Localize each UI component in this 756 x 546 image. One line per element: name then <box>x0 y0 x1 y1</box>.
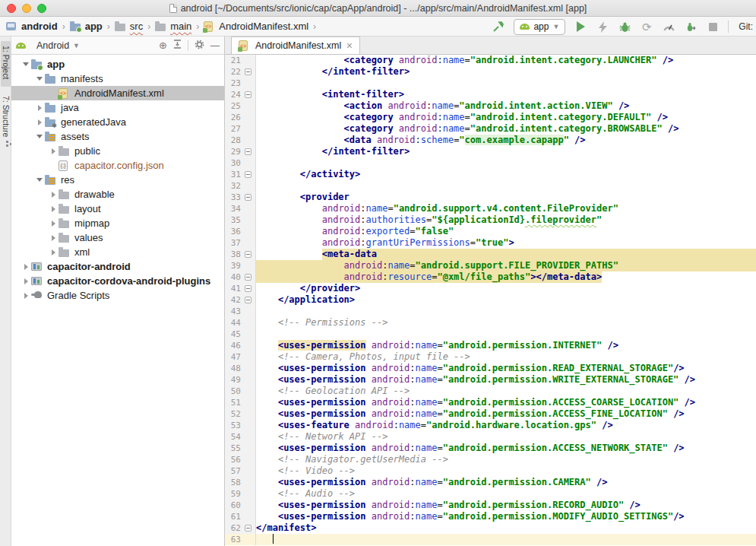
expanded-arrow-icon[interactable] <box>34 77 45 81</box>
collapsed-arrow-icon[interactable] <box>48 221 59 227</box>
collapsed-arrow-icon[interactable] <box>48 206 59 212</box>
tree-item-layout[interactable]: layout <box>11 202 224 216</box>
expanded-arrow-icon[interactable] <box>21 62 31 66</box>
tree-item-capacitor-android[interactable]: capacitor-android <box>11 259 224 274</box>
breadcrumb-item-androidmanifest-xml[interactable]: <>AndroidManifest.xml <box>204 21 308 32</box>
collapsed-arrow-icon[interactable] <box>21 278 31 284</box>
code-line-25[interactable]: 25 <action android:name="android.intent.… <box>225 100 756 112</box>
code-line-39[interactable]: 39 android:name="android.support.FILE_PR… <box>225 260 756 271</box>
code-line-44[interactable]: 44 <!-- Permissions --> <box>225 317 756 329</box>
tree-item-res[interactable]: res <box>11 173 224 187</box>
code-line-28[interactable]: 28 <data android:scheme="com.example.cap… <box>225 135 756 146</box>
settings-gear-button[interactable] <box>195 40 204 52</box>
fold-marker-icon[interactable] <box>241 522 255 534</box>
code-line-36[interactable]: 36 android:exported="false" <box>225 226 756 237</box>
code-line-57[interactable]: 57 <!-- Video --> <box>225 465 756 477</box>
code-line-49[interactable]: 49 <uses-permission android:name="androi… <box>225 374 756 386</box>
code-line-21[interactable]: 21 <category android:name="android.inten… <box>225 55 756 66</box>
code-line-41[interactable]: 41 </provider> <box>225 283 756 294</box>
profiler-gauge-button[interactable] <box>662 20 675 33</box>
code-line-60[interactable]: 60 <uses-permission android:name="androi… <box>225 500 756 511</box>
tree-item-gradle-scripts[interactable]: Gradle Scripts <box>11 288 224 303</box>
fold-marker-icon[interactable] <box>241 294 255 306</box>
run-configuration-selector[interactable]: app ▼ <box>514 19 565 35</box>
profile-button[interactable]: ⟳ <box>640 20 653 33</box>
collapsed-arrow-icon[interactable] <box>48 249 59 256</box>
apply-changes-button[interactable] <box>596 20 609 33</box>
tree-item-manifests[interactable]: manifests <box>11 71 224 86</box>
expanded-arrow-icon[interactable] <box>34 178 45 182</box>
code-line-61[interactable]: 61 <uses-permission android:name="androi… <box>225 511 756 522</box>
code-line-29[interactable]: 29 </intent-filter> <box>225 146 756 157</box>
code-line-24[interactable]: 24 <intent-filter> <box>225 89 756 100</box>
breadcrumb-item-android[interactable]: android <box>6 21 58 32</box>
code-line-27[interactable]: 27 <category android:name="android.inten… <box>225 123 756 135</box>
code-line-46[interactable]: 46 <uses-permission android:name="androi… <box>225 340 756 351</box>
fold-marker-icon[interactable] <box>241 66 255 78</box>
code-line-33[interactable]: 33 <provider <box>225 192 756 203</box>
code-line-37[interactable]: 37 android:grantUriPermissions="true"> <box>225 237 756 249</box>
fold-marker-icon[interactable] <box>241 192 255 203</box>
code-line-26[interactable]: 26 <category android:name="android.inten… <box>225 112 756 123</box>
tree-item-drawable[interactable]: drawable <box>11 187 224 202</box>
code-line-50[interactable]: 50 <!-- Geolocation API --> <box>225 386 756 397</box>
collapsed-arrow-icon[interactable] <box>34 119 45 125</box>
tree-item-values[interactable]: values <box>11 230 224 245</box>
fold-marker-icon[interactable] <box>241 249 255 260</box>
collapsed-arrow-icon[interactable] <box>21 293 31 299</box>
breadcrumb-item-main[interactable]: main <box>155 21 191 32</box>
code-line-31[interactable]: 31 </activity> <box>225 169 756 180</box>
hide-panel-button[interactable]: — <box>210 40 220 51</box>
editor-tab-androidmanifest[interactable]: <> AndroidManifest.xml ✕ <box>231 37 360 54</box>
run-button[interactable] <box>574 20 587 33</box>
code-line-58[interactable]: 58 <uses-permission android:name="androi… <box>225 477 756 488</box>
tree-item-java[interactable]: java <box>11 100 224 115</box>
tree-item-app[interactable]: app <box>11 57 224 71</box>
code-line-38[interactable]: 38 <meta-data <box>225 249 756 260</box>
code-line-55[interactable]: 55 <uses-permission android:name="androi… <box>225 443 756 454</box>
code-line-30[interactable]: 30 <box>225 157 756 169</box>
code-editor[interactable]: 21 <category android:name="android.inten… <box>225 55 756 546</box>
code-line-63[interactable]: 63 <box>225 534 756 545</box>
stop-button[interactable] <box>706 20 720 33</box>
fold-marker-icon[interactable] <box>241 271 255 283</box>
breadcrumb-item-src[interactable]: src <box>115 21 143 32</box>
tree-item-androidmanifest-xml[interactable]: <>AndroidManifest.xml <box>11 86 224 100</box>
tree-item-capacitor-config-json[interactable]: {;}capacitor.config.json <box>11 158 224 173</box>
code-line-47[interactable]: 47 <!-- Camera, Photos, input file --> <box>225 351 756 363</box>
code-line-53[interactable]: 53 <uses-feature android:name="android.h… <box>225 420 756 431</box>
code-line-43[interactable]: 43 <box>225 306 756 317</box>
fold-marker-icon[interactable] <box>241 169 255 180</box>
collapse-all-button[interactable] <box>173 40 182 51</box>
attach-debugger-button[interactable] <box>684 20 697 33</box>
tool-window-button-structure[interactable]: 7: Structure <box>1 91 11 144</box>
code-line-22[interactable]: 22 </intent-filter> <box>225 66 756 78</box>
code-line-35[interactable]: 35 android:authorities="${applicationId}… <box>225 214 756 226</box>
project-view-selector[interactable]: Android <box>36 40 69 51</box>
code-line-45[interactable]: 45 <box>225 329 756 340</box>
code-line-42[interactable]: 42 </application> <box>225 294 756 306</box>
tree-item-generatedjava[interactable]: generatedJava <box>11 115 224 129</box>
collapsed-arrow-icon[interactable] <box>48 148 59 154</box>
fold-marker-icon[interactable] <box>241 283 255 294</box>
collapsed-arrow-icon[interactable] <box>21 264 31 270</box>
breadcrumb-item-app[interactable]: app <box>70 21 103 32</box>
tree-item-xml[interactable]: xml <box>11 245 224 259</box>
fold-marker-icon[interactable] <box>241 89 255 100</box>
expanded-arrow-icon[interactable] <box>34 135 45 138</box>
locate-file-button[interactable]: ⊕ <box>159 40 167 51</box>
code-line-54[interactable]: 54 <!-- Network API --> <box>225 431 756 443</box>
code-line-34[interactable]: 34 android:name="android.support.v4.cont… <box>225 203 756 214</box>
tool-window-button-project[interactable]: 1: Project <box>1 41 11 87</box>
tree-item-mipmap[interactable]: mipmap <box>11 216 224 230</box>
close-tab-icon[interactable]: ✕ <box>346 41 353 51</box>
code-line-56[interactable]: 56 <!-- Navigator.getUserMedia --> <box>225 454 756 465</box>
collapsed-arrow-icon[interactable] <box>48 192 59 198</box>
tree-item-assets[interactable]: assets <box>11 129 224 144</box>
collapsed-arrow-icon[interactable] <box>34 105 45 111</box>
tree-item-public[interactable]: public <box>11 144 224 158</box>
code-line-62[interactable]: 62</manifest> <box>225 522 756 534</box>
code-line-51[interactable]: 51 <uses-permission android:name="androi… <box>225 397 756 408</box>
code-line-52[interactable]: 52 <uses-permission android:name="androi… <box>225 408 756 420</box>
build-hammer-icon[interactable] <box>492 20 505 33</box>
